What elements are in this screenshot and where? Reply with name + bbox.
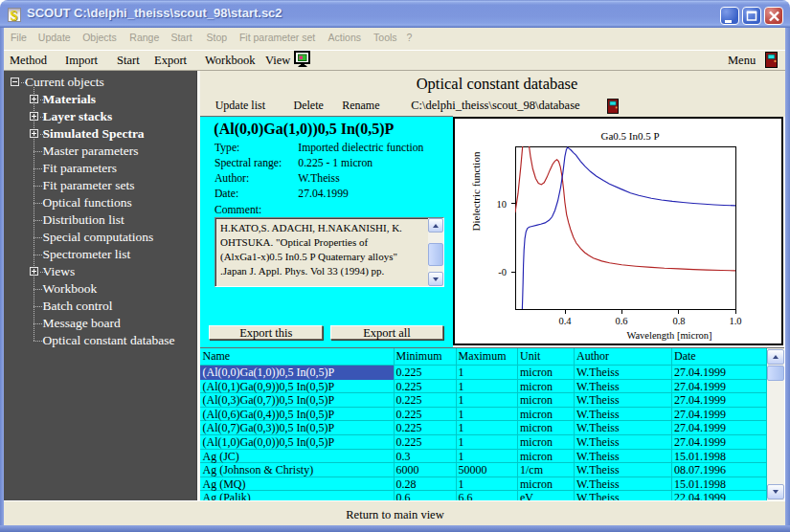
svg-text:0.4: 0.4 (558, 316, 572, 326)
svg-text:0.8: 0.8 (672, 316, 685, 326)
svg-text:10: 10 (497, 199, 508, 210)
svg-text:-0: -0 (498, 267, 507, 277)
svg-text:Dielectric function: Dielectric function (470, 151, 482, 231)
svg-text:Ga0.5 In0.5 P: Ga0.5 In0.5 P (600, 130, 659, 142)
svg-text:Wavelength [micron]: Wavelength [micron] (626, 330, 711, 341)
svg-text:0.6: 0.6 (615, 316, 627, 326)
svg-text:1.0: 1.0 (729, 316, 741, 326)
